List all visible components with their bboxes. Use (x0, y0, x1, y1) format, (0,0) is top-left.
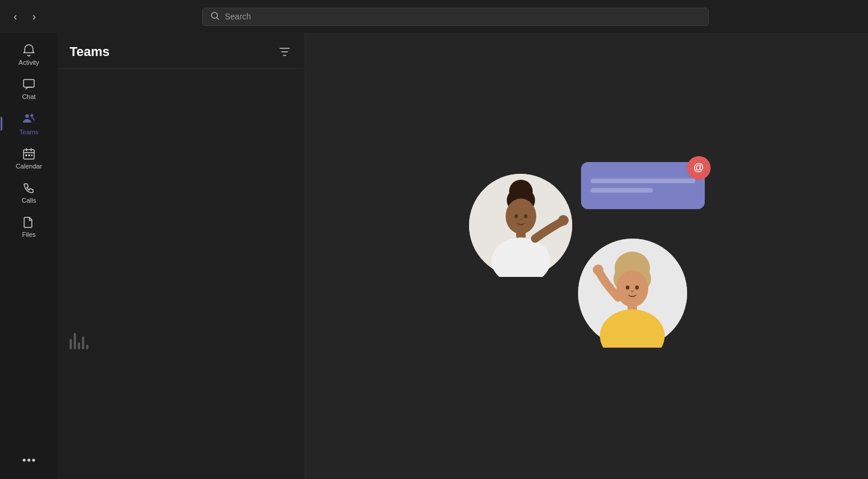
sidebar-label-calendar: Calendar (16, 163, 42, 170)
svg-rect-9 (25, 154, 27, 156)
sidebar-item-chat[interactable]: Chat (5, 73, 52, 105)
message-line-2 (590, 188, 654, 193)
search-bar[interactable] (202, 8, 709, 26)
wave-bar-3 (78, 342, 80, 349)
svg-point-27 (616, 270, 648, 307)
svg-rect-11 (31, 154, 32, 156)
sidebar-item-calls[interactable]: Calls (5, 177, 52, 209)
svg-point-13 (28, 459, 31, 462)
person1-circle (469, 174, 572, 277)
svg-point-21 (558, 215, 569, 226)
svg-point-14 (32, 459, 35, 462)
svg-point-4 (31, 114, 34, 117)
svg-point-3 (25, 114, 29, 118)
svg-line-1 (217, 18, 219, 19)
svg-point-30 (593, 265, 603, 275)
person2-svg (578, 239, 687, 348)
teams-panel-title: Teams (70, 44, 110, 60)
nav-arrows: ‹ › (7, 8, 42, 25)
svg-rect-19 (516, 230, 526, 239)
sidebar-label-files: Files (22, 231, 35, 238)
main-container: Activity Chat Teams (0, 33, 868, 479)
content-area: @ (305, 33, 868, 479)
sidebar-item-files[interactable]: Files (5, 211, 52, 243)
teams-panel: Teams (58, 33, 305, 479)
calendar-icon (22, 147, 35, 160)
at-badge: @ (687, 156, 711, 180)
person2-circle (578, 239, 687, 348)
wave-bar-2 (74, 333, 76, 349)
wave-bar-1 (70, 339, 72, 349)
message-card: @ (581, 162, 705, 209)
sidebar: Activity Chat Teams (0, 33, 58, 479)
wave-bar-4 (82, 336, 84, 349)
sidebar-label-calls: Calls (22, 197, 36, 204)
sidebar-label-chat: Chat (22, 93, 35, 100)
forward-button[interactable]: › (26, 8, 42, 25)
filter-icon (279, 46, 291, 58)
svg-point-32 (635, 285, 639, 289)
svg-point-22 (514, 214, 518, 218)
calls-icon (22, 181, 35, 194)
top-bar: ‹ › (0, 0, 868, 33)
teams-panel-body (58, 69, 305, 479)
svg-point-18 (506, 199, 536, 234)
wave-bar-5 (86, 345, 88, 349)
message-line-1 (590, 179, 695, 183)
back-button[interactable]: ‹ (7, 8, 24, 25)
teams-panel-header: Teams (58, 33, 305, 69)
filter-button[interactable] (276, 44, 293, 60)
svg-point-12 (23, 459, 26, 462)
search-input[interactable] (225, 12, 700, 21)
bell-icon (22, 44, 35, 57)
chat-icon (22, 78, 35, 91)
sidebar-item-activity[interactable]: Activity (5, 39, 52, 71)
svg-point-31 (626, 285, 629, 289)
sidebar-more-button[interactable] (5, 453, 52, 467)
illustration: @ (469, 162, 705, 351)
svg-point-23 (524, 214, 527, 218)
active-indicator (1, 117, 2, 131)
sidebar-label-teams: Teams (19, 128, 38, 136)
loading-wave (70, 332, 88, 349)
teams-icon (22, 112, 36, 126)
person1-svg (469, 174, 572, 277)
sidebar-label-activity: Activity (19, 59, 39, 66)
files-icon (22, 216, 35, 229)
more-icon (22, 458, 35, 463)
sidebar-item-calendar[interactable]: Calendar (5, 143, 52, 174)
svg-rect-10 (28, 154, 30, 156)
search-icon (211, 12, 219, 22)
svg-rect-2 (24, 80, 34, 87)
sidebar-item-teams[interactable]: Teams (5, 107, 52, 140)
